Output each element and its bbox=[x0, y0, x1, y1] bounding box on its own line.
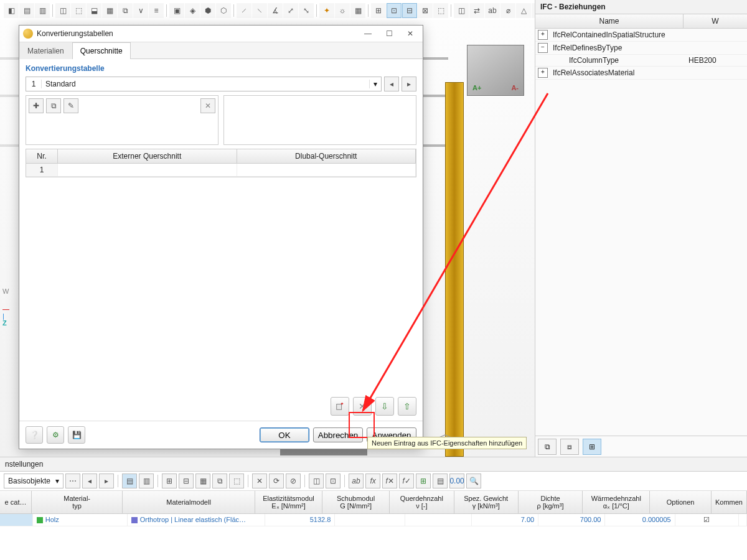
toolbar-icon[interactable]: ⧉ bbox=[118, 3, 133, 18]
delete-table-button[interactable]: ✕ bbox=[200, 98, 215, 113]
toolbar-icon[interactable]: ⊘ bbox=[286, 474, 301, 488]
toolbar-icon[interactable]: ⊞ bbox=[371, 3, 386, 18]
toolbar-icon[interactable]: ◂ bbox=[82, 474, 97, 488]
tab-materials[interactable]: Materialien bbox=[19, 42, 72, 59]
toolbar-icon[interactable]: ▦ bbox=[350, 3, 365, 18]
panel-title: IFC - Beziehungen bbox=[535, 0, 747, 14]
table-row[interactable]: 1 bbox=[26, 164, 416, 177]
toolbar-icon[interactable]: ⇄ bbox=[469, 3, 484, 18]
column-3d bbox=[445, 82, 464, 457]
toolbar-icon[interactable]: ⊞ bbox=[416, 474, 431, 488]
table-header: e cat… Material-typ Materialmodell Elast… bbox=[0, 491, 747, 514]
toolbar-icon[interactable]: ✦ bbox=[319, 3, 334, 18]
toolbar-icon[interactable]: ▥ bbox=[35, 3, 50, 18]
maximize-button[interactable]: ☐ bbox=[380, 27, 398, 40]
toolbar-icon[interactable]: ⊠ bbox=[418, 3, 433, 18]
toolbar-icon[interactable]: ⤡ bbox=[299, 3, 314, 18]
new-table-button[interactable]: ✚ bbox=[29, 98, 44, 113]
dialog-titlebar[interactable]: Konvertierungstabellen ― ☐ ✕ bbox=[19, 26, 423, 42]
toolbar-icon[interactable]: ab bbox=[485, 3, 500, 18]
expand-icon[interactable]: − bbox=[538, 43, 548, 53]
view-cube[interactable]: A+ A- bbox=[467, 45, 524, 96]
tree-row[interactable]: +IfcRelAssociatesMaterial bbox=[535, 67, 747, 80]
tree-row[interactable]: −IfcRelDefinesByType bbox=[535, 42, 747, 55]
toolbar-icon[interactable]: ⧉ bbox=[212, 474, 227, 488]
toolbar-icon[interactable]: ☼ bbox=[335, 3, 350, 18]
toolbar-icon[interactable]: ⬚ bbox=[71, 3, 86, 18]
toolbar-icon[interactable]: ◈ bbox=[185, 3, 200, 18]
toolbar-icon[interactable]: ⬡ bbox=[216, 3, 231, 18]
toolbar-icon[interactable]: ⤢ bbox=[283, 3, 298, 18]
toolbar-icon[interactable]: ▤ bbox=[122, 474, 137, 488]
toolbar-icon[interactable]: ⟍ bbox=[252, 3, 267, 18]
minimize-button[interactable]: ― bbox=[359, 27, 377, 40]
export-button[interactable]: ⇧ bbox=[398, 397, 416, 416]
toolbar-icon[interactable]: ⬚ bbox=[433, 3, 448, 18]
toolbar-icon[interactable]: fx bbox=[365, 474, 380, 488]
toolbar-icon[interactable]: ⟳ bbox=[269, 474, 284, 488]
panel-tab-icon[interactable]: ⧉ bbox=[538, 439, 557, 455]
import-button[interactable]: ⇩ bbox=[375, 397, 394, 416]
dialog-tabs: Materialien Querschnitte bbox=[19, 42, 423, 59]
toolbar-icon[interactable]: ⊟ bbox=[402, 3, 417, 18]
toolbar-icon[interactable]: ∡ bbox=[268, 3, 283, 18]
toolbar-icon[interactable]: △ bbox=[516, 3, 531, 18]
toolbar-icon[interactable]: ⊡ bbox=[326, 474, 341, 488]
toolbar-icon[interactable]: ▤ bbox=[433, 474, 448, 488]
toolbar-icon[interactable]: ⊞ bbox=[162, 474, 177, 488]
object-type-select[interactable]: Basisobjekte▾ bbox=[4, 474, 63, 488]
expand-icon[interactable]: + bbox=[538, 30, 548, 40]
toolbar-icon[interactable]: ▣ bbox=[169, 3, 184, 18]
next-button[interactable]: ▸ bbox=[402, 77, 416, 91]
settings-button[interactable]: ⚙ bbox=[47, 426, 64, 444]
toolbar-icon[interactable]: ▥ bbox=[139, 474, 154, 488]
col-nr[interactable]: Nr. bbox=[26, 149, 58, 163]
panel-tab-icon[interactable]: ⧈ bbox=[560, 439, 579, 455]
toolbar-icon[interactable]: f✕ bbox=[382, 474, 397, 488]
toolbar-icon[interactable]: ◫ bbox=[454, 3, 469, 18]
toolbar-icon[interactable]: ✕ bbox=[252, 474, 267, 488]
col-value[interactable]: W bbox=[684, 14, 747, 28]
tree-row[interactable]: IfcColumnTypeHEB200 bbox=[535, 55, 747, 67]
toolbar-icon[interactable]: ▤ bbox=[19, 3, 34, 18]
save-button[interactable]: 💾 bbox=[68, 426, 85, 444]
toolbar-icon[interactable]: ⟋ bbox=[237, 3, 251, 18]
panel-tab-icon[interactable]: ⊞ bbox=[583, 439, 601, 455]
toolbar-icon[interactable]: ⊡ bbox=[387, 3, 402, 18]
toolbar-icon[interactable]: ⬚ bbox=[229, 474, 244, 488]
ok-button[interactable]: OK bbox=[260, 427, 309, 442]
help-button[interactable]: ❔ bbox=[26, 426, 43, 444]
toolbar-icon[interactable]: ◧ bbox=[4, 3, 19, 18]
expand-icon[interactable]: + bbox=[538, 68, 548, 78]
col-dlubal[interactable]: Dlubal-Querschnitt bbox=[237, 149, 416, 163]
toolbar-icon[interactable]: ▦ bbox=[195, 474, 210, 488]
toolbar-icon[interactable]: ab bbox=[349, 474, 364, 488]
toolbar-icon[interactable]: ◫ bbox=[55, 3, 70, 18]
toolbar-icon[interactable]: ∨ bbox=[133, 3, 148, 18]
table-row[interactable]: Holz Orthotrop | Linear elastisch (Fläc…… bbox=[0, 514, 747, 526]
col-external[interactable]: Externer Querschnitt bbox=[58, 149, 237, 163]
add-from-ifc-button[interactable] bbox=[331, 397, 349, 416]
toolbar-icon[interactable]: ▸ bbox=[99, 474, 114, 488]
toolbar-icon[interactable]: 0.00 bbox=[449, 474, 464, 488]
toolbar-icon[interactable]: ≡ bbox=[149, 3, 164, 18]
tree-row[interactable]: +IfcRelContainedInSpatialStructure bbox=[535, 29, 747, 42]
settings-table-panel: nstellungen Basisobjekte▾ ⋯ ◂ ▸ ▤ ▥ ⊞ ⊟ … bbox=[0, 457, 747, 560]
copy-table-button[interactable]: ⧉ bbox=[46, 98, 61, 113]
toolbar-icon[interactable]: ⋯ bbox=[65, 474, 80, 488]
col-name[interactable]: Name bbox=[535, 14, 684, 28]
toolbar-icon[interactable]: ⬓ bbox=[87, 3, 101, 18]
axis-gizmo: W — | Z bbox=[2, 288, 9, 327]
toolbar-icon[interactable]: ⊟ bbox=[179, 474, 194, 488]
toolbar-icon[interactable]: f✓ bbox=[399, 474, 414, 488]
toolbar-icon[interactable]: ▦ bbox=[102, 3, 117, 18]
toolbar-icon[interactable]: ◫ bbox=[309, 474, 324, 488]
search-icon[interactable]: 🔍 bbox=[466, 474, 481, 488]
table-select[interactable]: 1 Standard ▾ bbox=[26, 77, 382, 91]
prev-button[interactable]: ◂ bbox=[384, 77, 399, 91]
close-button[interactable]: ✕ bbox=[402, 27, 419, 40]
toolbar-icon[interactable]: ⬢ bbox=[200, 3, 215, 18]
edit-table-button[interactable]: ✎ bbox=[63, 98, 78, 113]
toolbar-icon[interactable]: ⌀ bbox=[500, 3, 515, 18]
tab-sections[interactable]: Querschnitte bbox=[72, 42, 131, 59]
